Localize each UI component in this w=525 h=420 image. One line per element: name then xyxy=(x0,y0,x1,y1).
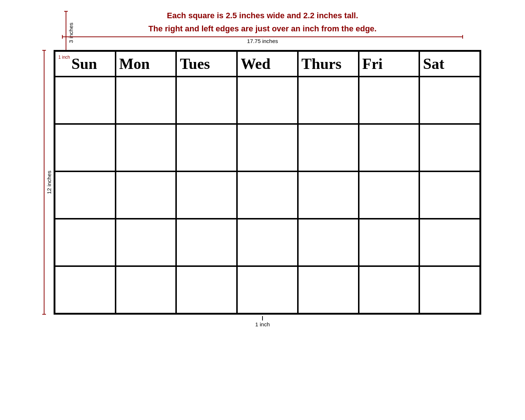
cell-row5-thurs xyxy=(298,266,359,314)
cell-row1-sat xyxy=(419,77,480,124)
cell-row1-wed xyxy=(237,77,298,124)
day-label-mon: Mon xyxy=(119,55,150,73)
header-line2: The right and left edges are just over a… xyxy=(148,24,377,34)
left-vertical-label: 12 inches xyxy=(46,171,52,194)
cell-row4-fri xyxy=(359,219,420,266)
header-fri: Fri xyxy=(359,51,420,77)
header-sat: Sat xyxy=(419,51,480,77)
cell-row4-sat xyxy=(419,219,480,266)
horizontal-line xyxy=(62,36,463,37)
page-container: 3 inches Each square is 2.5 inches wide … xyxy=(0,0,525,420)
top-text-block: Each square is 2.5 inches wide and 2.2 i… xyxy=(148,11,377,34)
horizontal-label: 17.75 inches xyxy=(247,38,278,44)
cell-row4-wed xyxy=(237,219,298,266)
day-label-thurs: Thurs xyxy=(302,55,342,73)
cell-row2-thurs xyxy=(298,124,359,171)
day-label-sun: Sun xyxy=(71,55,97,73)
bottom-tick-container: 1 inch xyxy=(255,316,270,327)
cell-row2-fri xyxy=(359,124,420,171)
cell-row5-sun xyxy=(55,266,116,314)
bottom-tick-mark xyxy=(262,316,263,320)
bottom-label: 1 inch xyxy=(255,321,270,327)
top-annotation: 3 inches Each square is 2.5 inches wide … xyxy=(44,11,481,46)
cell-row3-fri xyxy=(359,171,420,219)
cell-row4-tues xyxy=(176,219,237,266)
cell-row1-sun xyxy=(55,77,116,124)
cell-row3-wed xyxy=(237,171,298,219)
left-vertical-line xyxy=(44,50,44,315)
cell-row5-fri xyxy=(359,266,420,314)
calendar-grid: 1 inch Sun Mon Tues Wed Thurs Fri Sat xyxy=(54,50,481,315)
cell-row1-thurs xyxy=(298,77,359,124)
horizontal-annotation: 17.75 inches xyxy=(62,36,463,44)
cell-row5-mon xyxy=(116,266,176,314)
horiz-line-container xyxy=(62,36,463,37)
top-vertical-line xyxy=(66,11,66,55)
header-tues: Tues xyxy=(176,51,237,77)
cell-row5-sat xyxy=(419,266,480,314)
cell-row3-mon xyxy=(116,171,176,219)
day-label-fri: Fri xyxy=(362,55,383,73)
day-label-sat: Sat xyxy=(423,55,444,73)
cell-row4-sun xyxy=(55,219,116,266)
cell-row3-sun xyxy=(55,171,116,219)
cell-row2-wed xyxy=(237,124,298,171)
top-vertical-annotation: 3 inches xyxy=(66,11,74,55)
cell-row2-sun xyxy=(55,124,116,171)
header-wed: Wed xyxy=(237,51,298,77)
cell-row2-sat xyxy=(419,124,480,171)
cell-row2-mon xyxy=(116,124,176,171)
header-sun: 1 inch Sun xyxy=(55,51,116,77)
left-vertical-annotation: 12 inches xyxy=(44,50,52,315)
cell-row1-tues xyxy=(176,77,237,124)
header-mon: Mon xyxy=(116,51,176,77)
header-thurs: Thurs xyxy=(298,51,359,77)
cell-row3-sat xyxy=(419,171,480,219)
inch-label: 1 inch xyxy=(58,54,70,60)
cell-row1-mon xyxy=(116,77,176,124)
cell-row5-tues xyxy=(176,266,237,314)
cell-row1-fri xyxy=(359,77,420,124)
day-label-wed: Wed xyxy=(241,55,271,73)
day-label-tues: Tues xyxy=(180,55,210,73)
cell-row3-thurs xyxy=(298,171,359,219)
cell-row3-tues xyxy=(176,171,237,219)
cell-row4-mon xyxy=(116,219,176,266)
cell-row2-tues xyxy=(176,124,237,171)
calendar-wrapper: 12 inches 1 inch Sun Mon Tues Wed Thurs … xyxy=(44,50,481,315)
header-line1: Each square is 2.5 inches wide and 2.2 i… xyxy=(148,11,377,20)
cell-row4-thurs xyxy=(298,219,359,266)
cell-row5-wed xyxy=(237,266,298,314)
